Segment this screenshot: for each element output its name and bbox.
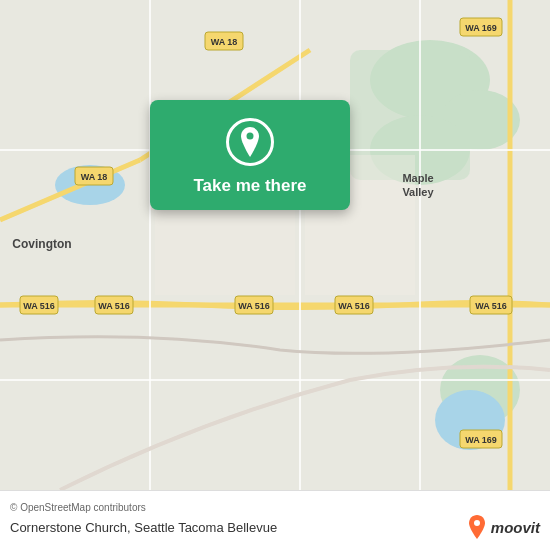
moovit-logo: moovit [467,515,540,539]
svg-text:WA 516: WA 516 [98,301,130,311]
svg-text:WA 18: WA 18 [211,37,238,47]
svg-text:Maple: Maple [402,172,433,184]
take-me-there-button[interactable]: Take me there [150,100,350,210]
location-label: Cornerstone Church, Seattle Tacoma Belle… [10,520,277,535]
map-svg: WA 18 WA 18 WA 169 WA 169 WA 516 WA 516 … [0,0,550,490]
svg-point-41 [474,520,480,526]
moovit-text: moovit [491,519,540,536]
svg-text:WA 169: WA 169 [465,23,497,33]
bottom-bar: © OpenStreetMap contributors Cornerstone… [0,490,550,550]
svg-text:WA 169: WA 169 [465,435,497,445]
svg-text:WA 516: WA 516 [23,301,55,311]
map-container: WA 18 WA 18 WA 169 WA 169 WA 516 WA 516 … [0,0,550,490]
svg-text:WA 516: WA 516 [238,301,270,311]
svg-text:WA 18: WA 18 [81,172,108,182]
take-me-there-label: Take me there [193,176,306,196]
svg-text:WA 516: WA 516 [338,301,370,311]
svg-text:Covington: Covington [12,237,71,251]
svg-text:WA 516: WA 516 [475,301,507,311]
moovit-pin-icon [467,515,487,539]
svg-point-40 [247,133,254,140]
attribution-text: © OpenStreetMap contributors [10,502,540,513]
svg-text:Valley: Valley [402,186,434,198]
bottom-row: Cornerstone Church, Seattle Tacoma Belle… [10,515,540,539]
location-pin-icon [226,118,274,166]
